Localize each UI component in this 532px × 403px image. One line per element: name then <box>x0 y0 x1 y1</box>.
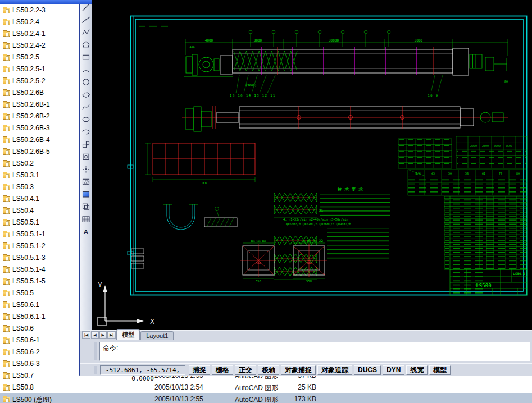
screw-label: X2 <box>319 239 324 242</box>
spline-icon[interactable] <box>83 104 89 110</box>
file-row[interactable]: LS50.8 2005/10/13 2:54 AutoCAD 图形 25 KB <box>0 382 532 393</box>
screw-details: X1 X2 <box>274 193 324 280</box>
svg-text:558: 558 <box>306 280 312 283</box>
hatch-icon[interactable] <box>83 179 89 185</box>
svg-text:58: 58 <box>465 172 469 175</box>
dwg-file-icon <box>3 397 10 402</box>
parts-list-table <box>444 196 527 269</box>
status-toggle-button[interactable]: 对象捕捉 <box>281 365 316 375</box>
dwg-file-icon <box>3 8 10 13</box>
dwg-file-icon <box>3 67 10 72</box>
multiline-text-icon[interactable]: A <box>84 228 88 235</box>
file-name: LS50.3 <box>12 183 34 191</box>
tab-nav-button[interactable]: |◀ <box>82 331 90 339</box>
file-size: 25 KB <box>278 383 316 391</box>
region-icon[interactable] <box>83 204 89 209</box>
status-toggle-button[interactable]: 捕捉 <box>189 365 210 375</box>
technical-notes: 技术要求 4. n1=32r/min n2=40r/min n3=50r/min… <box>283 187 390 262</box>
status-toggle-button[interactable]: 极轴 <box>258 365 279 375</box>
layout-tab[interactable]: Layout1 <box>140 331 174 340</box>
dwg-file-icon <box>3 185 10 190</box>
dim-label: 400 <box>189 45 194 49</box>
dwg-file-icon <box>3 43 10 49</box>
ucs-icon: Y X <box>98 281 154 326</box>
draw-toolbar: A <box>80 0 92 330</box>
file-name: LS50.3.1 <box>12 171 39 179</box>
command-input[interactable]: 命令: <box>99 342 530 361</box>
arc-icon[interactable] <box>83 71 89 72</box>
rectangle-icon[interactable] <box>83 55 89 59</box>
trough-section-detail <box>163 204 198 230</box>
dwg-file-icon <box>3 138 10 143</box>
circle-icon[interactable] <box>83 79 89 85</box>
file-name: LS50.5.1-4 <box>12 265 46 273</box>
dwg-file-icon <box>3 350 10 355</box>
dim-label: 3000 <box>254 38 262 42</box>
file-name: LS50.4 <box>12 207 34 214</box>
dwg-file-icon <box>3 326 10 332</box>
status-toggle-button[interactable]: DUCS <box>354 365 381 375</box>
status-toggle-button[interactable]: 线宽 <box>406 365 428 375</box>
status-toggle-button[interactable]: 对象追踪 <box>317 365 352 375</box>
speed-note: 4. n1=32r/min n2=40r/min n3=50r/min <box>283 218 348 221</box>
dwg-file-icon <box>3 114 10 120</box>
file-name: LS50.6.1-1 <box>12 313 46 320</box>
file-name: LS50.5.1 <box>12 218 39 226</box>
table-icon[interactable] <box>83 217 89 222</box>
polygon-icon[interactable] <box>83 42 89 48</box>
dwg-file-icon <box>3 244 10 249</box>
svg-text:3500: 3500 <box>506 144 512 148</box>
layout-tabbar: |◀◀▶▶| 模型Layout1 <box>80 330 532 340</box>
tab-nav-button[interactable]: ▶| <box>107 331 116 339</box>
ellipse-icon[interactable] <box>83 117 89 122</box>
layout-tab[interactable]: 模型 <box>116 329 140 340</box>
status-toggle-button[interactable]: 正交 <box>235 365 256 375</box>
file-name: LS50.5.1-2 <box>12 242 46 250</box>
dwg-file-icon <box>3 373 10 379</box>
capacity-note: Q=58m³/h Q=82m³/h Q=76m³/h Q=98m³/h <box>286 222 351 226</box>
insert-block-icon[interactable] <box>83 141 89 148</box>
file-date-modified: 2005/10/13 2:55 <box>154 395 203 403</box>
assembly-top-view: 4000 3000 30000 3000 400 (3000) 80 18 16… <box>184 30 508 97</box>
autocad-canvas[interactable]: 4000 3000 30000 3000 400 (3000) 80 18 16… <box>92 0 532 330</box>
dim-label: 3000 <box>415 38 423 42</box>
notes-title: 技术要求 <box>337 187 366 192</box>
ellipse-arc-icon[interactable] <box>83 130 89 134</box>
make-block-icon[interactable] <box>83 154 89 159</box>
revision-cloud-icon[interactable] <box>83 93 89 97</box>
file-name: LS50.2.4 <box>12 18 39 26</box>
file-name: LS50.2.2-3 <box>12 6 46 14</box>
file-name: LS50.2.4-2 <box>12 42 46 49</box>
gradient-icon[interactable] <box>83 192 89 198</box>
dim-label: 1Xn <box>201 181 207 185</box>
dwg-file-icon <box>3 31 10 37</box>
trough-plan-view: 1Xn <box>145 143 255 185</box>
command-window-grip[interactable] <box>94 342 97 360</box>
polyline-icon[interactable] <box>83 29 89 35</box>
tab-nav-button[interactable]: ▶ <box>99 331 107 339</box>
screw-label: X1 <box>319 208 324 212</box>
status-bar: -512.6861, -65.5714, 0.0000 捕捉栅格正交极轴对象捕捉… <box>80 363 532 376</box>
ucs-y-label: Y <box>98 281 102 289</box>
channel-detail <box>204 207 237 227</box>
status-toggle-button[interactable]: DYN <box>383 365 404 375</box>
line-icon[interactable] <box>83 4 89 11</box>
status-toggle-button[interactable]: 栅格 <box>212 365 233 375</box>
explorer-titlebar-edge <box>0 0 92 4</box>
file-name: LS50.2.5-2 <box>12 77 46 85</box>
command-window: 命令: <box>80 340 532 363</box>
file-row[interactable]: LS500 (总图) 2005/10/13 2:55 AutoCAD 图形 17… <box>0 393 532 403</box>
status-toggle-button[interactable]: 模型 <box>429 365 451 375</box>
dwg-file-icon <box>3 79 10 84</box>
point-icon[interactable] <box>83 166 89 173</box>
svg-text:45: 45 <box>431 172 435 175</box>
dwg-file-icon <box>3 208 10 214</box>
svg-text:166 166 166: 166 166 166 <box>251 240 266 242</box>
coordinate-display[interactable]: -512.6861, -65.5714, 0.0000 <box>100 365 185 375</box>
construction-line-icon[interactable] <box>82 17 90 22</box>
tab-nav-button[interactable]: ◀ <box>91 331 98 339</box>
file-name: LS50.2.6B-4 <box>12 136 50 144</box>
svg-text:B/H: B/H <box>415 172 420 175</box>
file-name: LS50.2.6B <box>12 89 44 97</box>
svg-text:556: 556 <box>256 280 261 283</box>
